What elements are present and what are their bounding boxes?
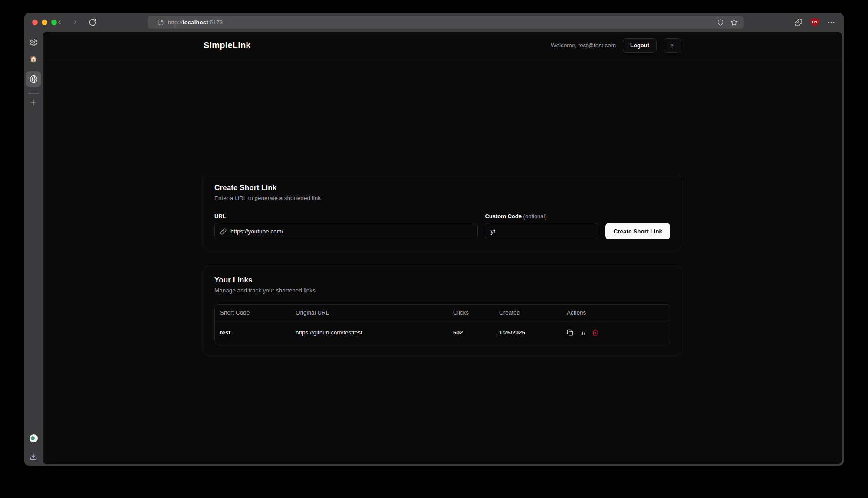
reload-button[interactable] xyxy=(87,13,98,32)
custom-code-label: Custom Code (optional) xyxy=(485,213,598,220)
custom-code-input-wrap xyxy=(485,223,598,239)
page-viewport: SimpleLink Welcome, test@test.com Logout… xyxy=(43,32,842,464)
custom-code-label-text: Custom Code xyxy=(485,213,522,220)
trash-icon xyxy=(592,329,598,336)
welcome-text: Welcome, test@test.com xyxy=(551,42,616,49)
url-host: localhost xyxy=(183,19,208,26)
shield-privacy-icon[interactable] xyxy=(717,19,724,26)
links-table-header: Short Code Original URL Clicks Created A… xyxy=(215,305,670,321)
tabstrip-divider xyxy=(28,93,39,94)
moon-icon xyxy=(671,42,674,49)
ublock-extension-icon[interactable]: UO xyxy=(810,18,819,27)
toolbar-right-controls: UO xyxy=(795,13,835,32)
extensions-puzzle-icon[interactable] xyxy=(795,19,802,26)
address-bar[interactable]: http://localhost:5173 xyxy=(148,16,744,29)
window-body: 🏠 SimpleLink xyxy=(24,32,844,466)
links-table: Short Code Original URL Clicks Created A… xyxy=(214,304,670,344)
row-actions xyxy=(562,329,670,336)
link-stats-button[interactable] xyxy=(579,329,586,336)
custom-code-optional-text: (optional) xyxy=(523,213,547,220)
settings-tab[interactable] xyxy=(30,38,38,46)
chevron-left-icon xyxy=(57,19,62,26)
url-input-wrap xyxy=(214,223,478,239)
app-logo: SimpleLink xyxy=(204,40,251,50)
col-clicks: Clicks xyxy=(448,309,494,316)
back-button[interactable] xyxy=(54,13,65,32)
globe-icon xyxy=(30,75,38,83)
your-links-card: Your Links Manage and track your shorten… xyxy=(204,266,681,355)
table-row: test https://github.com/testtest 502 1/2… xyxy=(215,321,670,344)
workspace-switcher[interactable] xyxy=(30,434,38,442)
url-protocol: http:// xyxy=(168,19,183,26)
page-main: Create Short Link Enter a URL to generat… xyxy=(43,59,842,355)
cell-original-url: https://github.com/testtest xyxy=(290,329,448,336)
col-short-code: Short Code xyxy=(215,309,290,316)
cell-created: 1/25/2025 xyxy=(494,329,562,336)
cell-short-code: test xyxy=(215,329,290,336)
col-original-url: Original URL xyxy=(290,309,448,316)
vertical-tab-strip: 🏠 xyxy=(24,32,43,466)
bar-chart-icon xyxy=(579,329,586,336)
workspace-arrow xyxy=(35,437,38,441)
create-card-title: Create Short Link xyxy=(214,183,670,192)
app-header: SimpleLink Welcome, test@test.com Logout xyxy=(43,32,842,59)
close-window-button[interactable] xyxy=(32,20,38,25)
reload-icon xyxy=(89,18,97,26)
bookmark-star-icon[interactable] xyxy=(730,19,738,26)
link-chain-icon xyxy=(220,228,227,235)
col-created: Created xyxy=(494,309,562,316)
chevron-right-icon xyxy=(72,19,77,26)
new-tab-button[interactable] xyxy=(30,98,37,106)
copy-icon xyxy=(567,329,573,336)
logout-button[interactable]: Logout xyxy=(623,38,657,53)
custom-code-input[interactable] xyxy=(490,228,593,235)
create-card-subtitle: Enter a URL to generate a shortened link xyxy=(214,195,670,201)
browser-window: http://localhost:5173 UO 🏠 xyxy=(24,13,844,466)
minimize-window-button[interactable] xyxy=(42,20,47,25)
downloads-button[interactable] xyxy=(30,453,37,461)
delete-link-button[interactable] xyxy=(592,329,598,336)
home-tab[interactable]: 🏠 xyxy=(30,56,38,62)
links-card-subtitle: Manage and track your shortened links xyxy=(214,287,670,294)
theme-toggle-button[interactable] xyxy=(664,38,681,53)
forward-button[interactable] xyxy=(69,13,80,32)
download-icon xyxy=(30,453,37,461)
url-label: URL xyxy=(214,213,478,220)
create-link-form: URL Custom Code (optional) xyxy=(214,213,670,239)
url-input[interactable] xyxy=(230,228,472,235)
create-short-link-button[interactable]: Create Short Link xyxy=(605,223,670,239)
menu-ellipsis-icon[interactable] xyxy=(827,19,835,26)
browser-toolbar: http://localhost:5173 UO xyxy=(24,13,844,32)
url-port: :5173 xyxy=(208,19,223,26)
links-card-title: Your Links xyxy=(214,276,670,285)
create-short-link-card: Create Short Link Enter a URL to generat… xyxy=(204,174,681,250)
window-controls xyxy=(32,20,57,25)
workspace-dot xyxy=(31,436,35,440)
page-icon xyxy=(158,19,164,26)
col-actions: Actions xyxy=(562,309,670,316)
url-text: http://localhost:5173 xyxy=(168,19,223,26)
gear-icon xyxy=(30,38,38,46)
urlbar-actions xyxy=(717,19,738,26)
active-tab-simplelink[interactable] xyxy=(26,71,41,87)
home-icon: 🏠 xyxy=(30,56,38,62)
copy-link-button[interactable] xyxy=(567,329,573,336)
plus-icon xyxy=(30,98,37,106)
cell-clicks: 502 xyxy=(448,329,494,336)
